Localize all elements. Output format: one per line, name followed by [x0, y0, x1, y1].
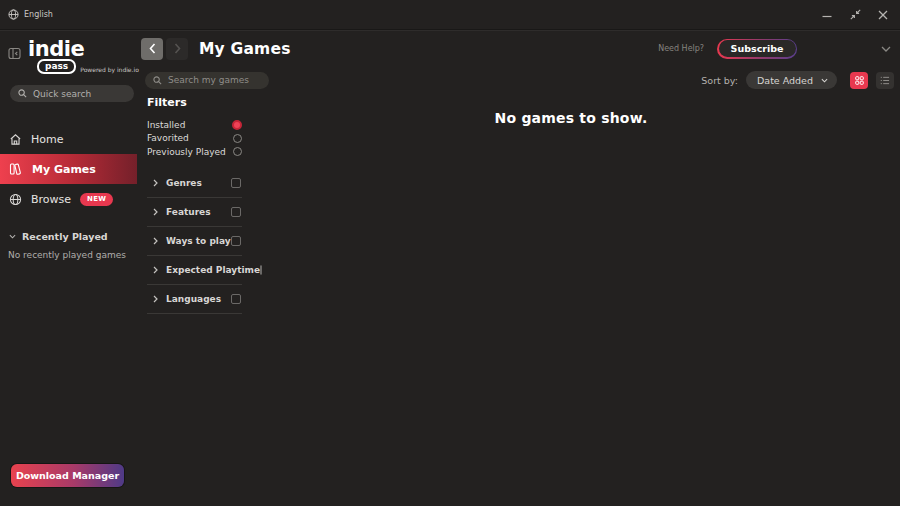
chevron-right-icon — [153, 295, 158, 303]
new-badge: NEW — [80, 193, 113, 206]
titlebar: English — [0, 0, 900, 30]
filter-section-ways-to-play[interactable]: Ways to play — [147, 227, 242, 256]
checkbox-icon[interactable] — [231, 207, 241, 217]
globe-icon — [8, 9, 19, 20]
globe-icon — [9, 193, 22, 206]
logo-pass-badge: pass — [37, 59, 76, 74]
download-manager-button[interactable]: Download Manager — [11, 464, 124, 487]
games-grid-area: No games to show. — [242, 96, 900, 506]
radio-icon[interactable] — [233, 134, 242, 143]
language-selector[interactable]: English — [8, 9, 53, 20]
list-view-icon — [880, 76, 890, 85]
filter-section-expected-playtime[interactable]: Expected Playtime — [147, 256, 242, 285]
library-body: Filters Installed Favorited Previously P… — [145, 96, 900, 506]
sort-by-label: Sort by: — [701, 75, 738, 86]
radio-selected-icon[interactable] — [232, 120, 242, 130]
filter-radio-group: Installed Favorited Previously Played — [147, 118, 242, 159]
chevron-right-icon — [153, 237, 158, 245]
chevron-down-icon — [9, 234, 16, 239]
filter-installed[interactable]: Installed — [147, 118, 242, 132]
sort-dropdown[interactable]: Date Added — [746, 71, 837, 89]
chevron-right-icon — [153, 266, 158, 274]
subscribe-label: Subscribe — [731, 43, 784, 54]
language-label: English — [24, 10, 53, 19]
search-icon — [153, 76, 162, 85]
content-row: indie pass Powered by indie.io — [0, 30, 900, 506]
checkbox-icon[interactable] — [231, 236, 241, 246]
forward-button[interactable] — [166, 38, 188, 60]
list-view-button[interactable] — [876, 72, 894, 89]
sidebar-item-my-games[interactable]: My Games — [0, 154, 137, 184]
close-button[interactable] — [876, 8, 890, 22]
recently-played-section: Recently Played No recently played games — [0, 231, 137, 260]
library-toolbar: Sort by: Date Added — [145, 71, 900, 89]
sidebar-item-browse[interactable]: Browse NEW — [0, 187, 137, 211]
sidebar: indie pass Powered by indie.io — [0, 30, 137, 506]
radio-icon[interactable] — [233, 147, 242, 156]
restore-button[interactable] — [848, 8, 862, 22]
grid-view-button[interactable] — [850, 72, 868, 89]
sidebar-item-label: My Games — [32, 163, 96, 176]
need-help-link[interactable]: Need Help? — [658, 44, 704, 53]
filter-section-features[interactable]: Features — [147, 198, 242, 227]
filter-sections: Genres Features Ways to play — [147, 169, 242, 314]
checkbox-icon[interactable] — [231, 294, 241, 304]
page-header: My Games Need Help? Subscribe — [145, 37, 900, 60]
main-panel: My Games Need Help? Subscribe — [137, 30, 900, 506]
app-window: English — [0, 0, 900, 506]
filters-title: Filters — [147, 96, 242, 109]
page-title: My Games — [199, 40, 291, 58]
header-collapse-chevron[interactable] — [881, 46, 891, 52]
chevron-right-icon — [153, 179, 158, 187]
sort-value: Date Added — [757, 75, 813, 86]
search-icon — [18, 89, 27, 98]
subscribe-button[interactable]: Subscribe — [717, 39, 797, 59]
home-icon — [9, 133, 22, 146]
library-icon — [9, 162, 23, 176]
chevron-down-icon — [821, 78, 828, 83]
sidebar-collapse-icon[interactable] — [8, 47, 21, 60]
filters-panel: Filters Installed Favorited Previously P… — [147, 96, 242, 506]
minimize-button[interactable] — [820, 8, 834, 22]
logo-name: indie — [28, 40, 139, 59]
recently-played-toggle[interactable]: Recently Played — [0, 231, 137, 242]
recently-played-empty: No recently played games — [0, 250, 137, 260]
filter-favorited[interactable]: Favorited — [147, 132, 242, 146]
games-search-box — [145, 72, 269, 89]
back-button[interactable] — [141, 38, 163, 60]
logo-row: indie pass Powered by indie.io — [8, 40, 137, 74]
sidebar-nav: Home My Games Browse NEW — [0, 127, 137, 214]
quick-search-box — [10, 85, 134, 102]
grid-view-icon — [855, 76, 864, 85]
sidebar-item-label: Browse — [31, 193, 71, 206]
sidebar-item-home[interactable]: Home — [0, 127, 137, 151]
empty-state-message: No games to show. — [242, 110, 900, 126]
chevron-right-icon — [153, 208, 158, 216]
filter-previously-played[interactable]: Previously Played — [147, 145, 242, 159]
quick-search-input[interactable] — [33, 89, 126, 99]
logo-powered-by: Powered by indie.io — [80, 66, 139, 73]
games-search-input[interactable] — [168, 75, 261, 85]
recently-played-title: Recently Played — [22, 231, 108, 242]
checkbox-icon[interactable] — [231, 178, 241, 188]
filter-section-genres[interactable]: Genres — [147, 169, 242, 198]
sidebar-item-label: Home — [31, 133, 63, 146]
window-controls — [820, 8, 890, 22]
app-logo: indie pass Powered by indie.io — [28, 40, 139, 74]
filter-section-languages[interactable]: Languages — [147, 285, 242, 314]
